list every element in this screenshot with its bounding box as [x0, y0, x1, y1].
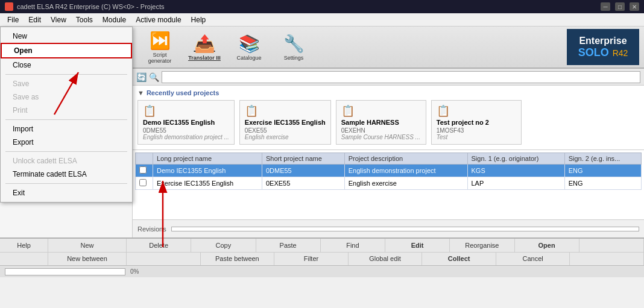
close-button[interactable]: ✕: [630, 2, 639, 11]
enterprise-subtitle: SOLO: [578, 46, 609, 59]
reorganise-label: Reorganise: [465, 242, 499, 249]
toolbar-script-generator[interactable]: ⏭️ Script generator: [139, 29, 181, 65]
new-button[interactable]: New: [48, 239, 127, 252]
row-0-long-name: Demo IEC1355 English: [153, 165, 262, 177]
titlebar: cadett ELSA R42 Enterprise (C) WS<0> - P…: [0, 0, 644, 13]
project-cards: 📋 Demo IEC1355 English 0DME55 English de…: [137, 98, 639, 147]
menu-close[interactable]: Close: [1, 58, 132, 72]
recently-used-section: ▼ Recently used projects 📋 Demo IEC1355 …: [133, 86, 644, 150]
menu-export[interactable]: Export: [1, 136, 132, 149]
empty-right: [579, 239, 644, 252]
menu-new[interactable]: New: [1, 30, 132, 43]
menu-save-as: Save as: [1, 90, 132, 104]
maximize-button[interactable]: □: [615, 2, 625, 11]
card-icon-1: 📋: [245, 104, 326, 118]
project-card-3[interactable]: 📋 Test project no 2 1MOSF43 Test: [431, 100, 522, 145]
menu-import[interactable]: Import: [1, 122, 132, 136]
edit-button[interactable]: Edit: [385, 239, 450, 252]
app-icon: [5, 2, 13, 11]
row-0-sign1: KGS: [467, 165, 564, 177]
window-title: cadett ELSA R42 Enterprise (C) WS<0> - P…: [17, 3, 165, 10]
catalogue-icon: 📚: [239, 34, 260, 54]
menu-view[interactable]: View: [46, 14, 71, 25]
project-card-2[interactable]: 📋 Sample HARNESS 0EXEHN Sample Course HA…: [336, 100, 426, 145]
search-input[interactable]: [162, 71, 640, 83]
reorganise-button[interactable]: Reorganise: [450, 239, 514, 252]
find-button[interactable]: Find: [321, 239, 385, 252]
table-row-0[interactable]: Demo IEC1355 English 0DME55 English demo…: [136, 165, 642, 177]
collapse-icon[interactable]: ▼: [137, 89, 144, 96]
toolbar-script-generator-label: Script generator: [141, 52, 178, 64]
bottom-row-2: New between Paste between Filter Global …: [0, 253, 644, 266]
card-icon-3: 📋: [437, 104, 516, 118]
open-button[interactable]: Open: [515, 239, 579, 252]
cancel-button[interactable]: Cancel: [496, 253, 570, 266]
new-between-label: New between: [67, 255, 107, 262]
paste-label: Paste: [280, 242, 297, 249]
toolbar-settings[interactable]: 🔧 Settings: [273, 29, 315, 65]
menu-exit[interactable]: Exit: [1, 186, 132, 200]
collect-button[interactable]: Collect: [422, 253, 496, 266]
progress-bar: [5, 268, 125, 275]
card-icon-0: 📋: [143, 104, 229, 118]
col-short-name[interactable]: Short project name: [262, 153, 344, 165]
revisions-label: Revisions: [137, 225, 166, 233]
new-between-button[interactable]: New between: [48, 253, 127, 266]
card-desc-1: English exercise: [245, 134, 326, 140]
refresh-button[interactable]: 🔄: [136, 72, 147, 82]
paste-button[interactable]: Paste: [256, 239, 321, 252]
table-row-1[interactable]: Exercise IEC1355 English 0EXE55 English …: [136, 177, 642, 190]
filter-button[interactable]: Filter: [274, 253, 349, 266]
open-label: Open: [538, 242, 555, 249]
menu-terminate[interactable]: Terminate cadett ELSA: [1, 168, 132, 181]
enterprise-title: Enterprise: [579, 36, 627, 46]
search-icon: 🔍: [149, 72, 159, 82]
col-sign1[interactable]: Sign. 1 (e.g. originator): [467, 153, 564, 165]
edit-label: Edit: [411, 242, 424, 249]
progress-label: 0%: [130, 268, 139, 275]
paste-between-button[interactable]: Paste between: [201, 253, 275, 266]
separator-3: [5, 151, 127, 152]
card-code-1: 0EXE55: [245, 127, 326, 134]
file-dropdown: New Open Close Save Save as Print Import…: [0, 27, 133, 203]
delete-button[interactable]: Delete: [127, 239, 191, 252]
card-title-2: Sample HARNESS: [341, 119, 421, 126]
copy-button[interactable]: Copy: [191, 239, 256, 252]
project-card-0[interactable]: 📋 Demo IEC1355 English 0DME55 English de…: [137, 100, 235, 145]
cancel-label: Cancel: [523, 255, 543, 262]
copy-label: Copy: [216, 242, 232, 249]
help-label: Help: [17, 242, 31, 249]
revisions-bar: [171, 227, 639, 231]
menu-module[interactable]: Module: [98, 14, 131, 25]
toolbar-translator[interactable]: 📤 Translator III: [183, 29, 226, 65]
menu-file[interactable]: File: [2, 14, 24, 25]
card-desc-3: Test: [437, 134, 516, 140]
col-description[interactable]: Project description: [344, 153, 467, 165]
card-desc-2: Sample Course HARNESS ...: [341, 134, 421, 140]
menu-print: Print: [1, 104, 132, 117]
menu-open[interactable]: Open: [1, 43, 132, 58]
menu-active-module[interactable]: Active module: [131, 14, 186, 25]
enterprise-box: Enterprise SOLO R42: [567, 29, 639, 65]
minimize-button[interactable]: ─: [601, 2, 610, 11]
col-long-name[interactable]: Long project name: [153, 153, 262, 165]
content: 🔄 🔍 ▼ Recently used projects 📋 Demo IEC1…: [133, 69, 644, 237]
menu-edit[interactable]: Edit: [24, 14, 46, 25]
card-icon-2: 📋: [341, 104, 421, 118]
filter-label: Filter: [304, 255, 318, 262]
menu-help[interactable]: Help: [186, 14, 211, 25]
project-card-1[interactable]: 📋 Exercise IEC1355 English 0EXE55 Englis…: [239, 100, 331, 145]
card-code-3: 1MOSF43: [437, 127, 516, 134]
row-1-checkbox[interactable]: [139, 179, 147, 186]
bottom-toolbar: Help New Delete Copy Paste Find Edit Reo…: [0, 237, 644, 265]
col-sign2[interactable]: Sign. 2 (e.g. ins...: [564, 153, 641, 165]
row-0-checkbox[interactable]: [139, 166, 147, 174]
menu-tools[interactable]: Tools: [71, 14, 98, 25]
toolbar-catalogue[interactable]: 📚 Catalogue: [228, 29, 270, 65]
translator-icon: 📤: [194, 34, 215, 54]
separator-2: [5, 119, 127, 120]
global-edit-button[interactable]: Global edit: [349, 253, 423, 266]
bottom-row-1: Help New Delete Copy Paste Find Edit Reo…: [0, 239, 644, 252]
help-button[interactable]: Help: [0, 239, 48, 252]
card-title-3: Test project no 2: [437, 119, 516, 126]
